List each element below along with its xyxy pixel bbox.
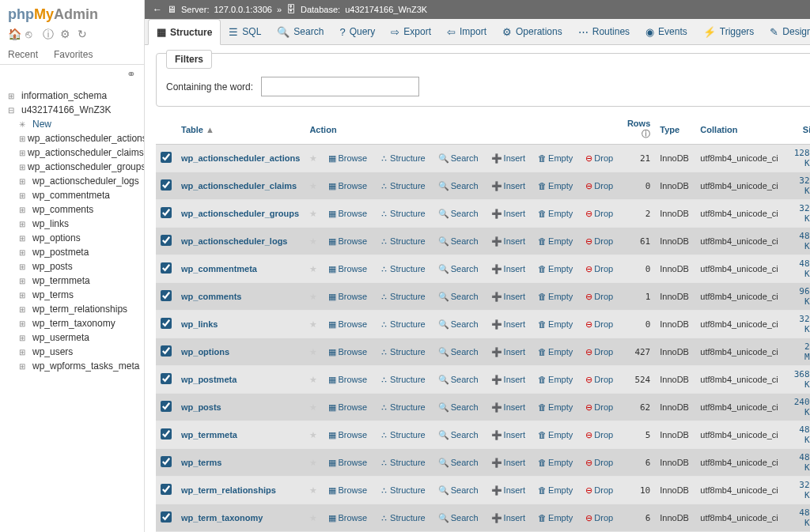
empty-action[interactable]: 🗑Empty — [536, 430, 574, 440]
drop-action[interactable]: ⊖Drop — [584, 485, 615, 496]
empty-action[interactable]: 🗑Empty — [536, 153, 574, 163]
tree-new[interactable]: ✳New — [16, 117, 144, 131]
empty-action[interactable]: 🗑Empty — [536, 513, 574, 523]
drop-action[interactable]: ⊖Drop — [584, 236, 615, 247]
insert-action[interactable]: ➕Insert — [490, 402, 528, 413]
insert-action[interactable]: ➕Insert — [490, 264, 528, 274]
search-action[interactable]: 🔍Search — [437, 458, 480, 468]
plus-icon[interactable]: ⊞ — [19, 334, 30, 342]
row-checkbox[interactable] — [161, 207, 172, 218]
browse-action[interactable]: ▦Browse — [327, 181, 369, 191]
tab-operations[interactable]: ⚙Operations — [494, 19, 570, 44]
star-icon[interactable]: ★ — [309, 430, 317, 440]
breadcrumb-db[interactable]: u432174166_WnZ3K — [345, 5, 427, 14]
star-icon[interactable]: ★ — [309, 236, 317, 246]
plus-icon[interactable]: ⊞ — [19, 134, 25, 143]
structure-action[interactable]: ⛬Structure — [378, 209, 427, 218]
structure-action[interactable]: ⛬Structure — [378, 402, 427, 412]
structure-action[interactable]: ⛬Structure — [378, 181, 427, 191]
tab-events[interactable]: ◉Events — [638, 19, 695, 44]
th-table[interactable]: Table ▲ — [176, 115, 305, 145]
tree-table[interactable]: ⊞wp_wpforms_tasks_meta — [16, 359, 144, 373]
structure-action[interactable]: ⛬Structure — [378, 485, 427, 495]
insert-action[interactable]: ➕Insert — [490, 430, 528, 440]
row-checkbox[interactable] — [161, 262, 172, 274]
row-checkbox[interactable] — [161, 152, 172, 163]
insert-action[interactable]: ➕Insert — [490, 375, 528, 385]
insert-action[interactable]: ➕Insert — [490, 181, 528, 191]
insert-action[interactable]: ➕Insert — [490, 319, 528, 330]
tree-table[interactable]: ⊞wp_actionscheduler_actions — [16, 131, 144, 145]
row-checkbox[interactable] — [161, 511, 172, 523]
structure-action[interactable]: ⛬Structure — [378, 319, 427, 329]
search-action[interactable]: 🔍Search — [437, 153, 480, 164]
tree-db-current[interactable]: ⊟u432174166_WnZ3K — [5, 103, 144, 117]
tab-search[interactable]: 🔍Search — [269, 19, 331, 44]
row-checkbox[interactable] — [161, 401, 172, 412]
tab-structure[interactable]: ▦Structure — [148, 19, 221, 45]
table-name-link[interactable]: wp_actionscheduler_logs — [181, 236, 287, 246]
plus-icon[interactable]: ⊞ — [19, 348, 30, 357]
browse-action[interactable]: ▦Browse — [327, 402, 369, 413]
th-rows[interactable]: Rows ⓘ — [619, 115, 655, 145]
tab-recent[interactable]: Recent — [0, 45, 46, 64]
empty-action[interactable]: 🗑Empty — [536, 347, 574, 357]
table-name-link[interactable]: wp_terms — [181, 458, 221, 467]
plus-icon[interactable]: ⊞ — [19, 177, 30, 186]
star-icon[interactable]: ★ — [309, 264, 317, 274]
structure-action[interactable]: ⛬Structure — [378, 458, 427, 467]
table-name-link[interactable]: wp_commentmeta — [181, 264, 257, 274]
search-action[interactable]: 🔍Search — [437, 430, 480, 440]
filter-input[interactable] — [261, 77, 419, 96]
drop-action[interactable]: ⊖Drop — [584, 153, 615, 164]
tree-table[interactable]: ⊞wp_commentmeta — [16, 188, 144, 202]
search-action[interactable]: 🔍Search — [437, 347, 480, 357]
search-action[interactable]: 🔍Search — [437, 402, 480, 413]
row-checkbox[interactable] — [161, 179, 172, 191]
search-action[interactable]: 🔍Search — [437, 375, 480, 385]
browse-action[interactable]: ▦Browse — [327, 264, 369, 274]
table-name-link[interactable]: wp_postmeta — [181, 375, 237, 384]
plus-icon[interactable]: ⊞ — [19, 191, 30, 200]
plus-icon[interactable]: ⊞ — [19, 305, 30, 314]
drop-action[interactable]: ⊖Drop — [584, 264, 615, 274]
tree-table[interactable]: ⊞wp_term_relationships — [16, 302, 144, 316]
plus-icon[interactable]: ⊞ — [19, 262, 30, 271]
empty-action[interactable]: 🗑Empty — [536, 375, 574, 384]
row-checkbox[interactable] — [161, 235, 172, 246]
th-type[interactable]: Type — [655, 115, 695, 145]
tab-query[interactable]: ?Query — [331, 19, 383, 44]
search-action[interactable]: 🔍Search — [437, 236, 480, 247]
insert-action[interactable]: ➕Insert — [490, 153, 528, 164]
tab-triggers[interactable]: ⚡Triggers — [695, 19, 763, 44]
structure-action[interactable]: ⛬Structure — [378, 430, 427, 440]
browse-action[interactable]: ▦Browse — [327, 513, 369, 523]
plus-icon[interactable]: ⊞ — [19, 319, 30, 328]
structure-action[interactable]: ⛬Structure — [378, 292, 427, 301]
plus-icon[interactable]: ⊞ — [19, 234, 30, 243]
plus-icon[interactable]: ⊞ — [19, 277, 30, 285]
tree-table[interactable]: ⊞wp_actionscheduler_groups — [16, 160, 144, 174]
search-action[interactable]: 🔍Search — [437, 513, 480, 523]
link-icon[interactable]: ⚭ — [0, 65, 144, 84]
empty-action[interactable]: 🗑Empty — [536, 319, 574, 329]
star-icon[interactable]: ★ — [309, 209, 317, 218]
row-checkbox[interactable] — [161, 373, 172, 384]
reload-icon[interactable]: ↻ — [78, 28, 90, 40]
browse-action[interactable]: ▦Browse — [327, 236, 369, 247]
star-icon[interactable]: ★ — [309, 347, 317, 357]
plus-icon[interactable]: ⊞ — [19, 362, 30, 371]
th-collation[interactable]: Collation — [695, 115, 789, 145]
drop-action[interactable]: ⊖Drop — [584, 181, 615, 191]
table-name-link[interactable]: wp_links — [181, 319, 218, 329]
structure-action[interactable]: ⛬Structure — [378, 375, 427, 384]
row-checkbox[interactable] — [161, 484, 172, 495]
empty-action[interactable]: 🗑Empty — [536, 181, 574, 191]
star-icon[interactable]: ★ — [309, 319, 317, 329]
th-size[interactable]: Size — [789, 115, 810, 145]
tab-designer[interactable]: ✎Designer — [762, 19, 810, 44]
plus-icon[interactable]: ⊞ — [19, 206, 30, 214]
collapse-icon[interactable]: ← — [153, 4, 162, 15]
row-checkbox[interactable] — [161, 290, 172, 301]
star-icon[interactable]: ★ — [309, 485, 317, 495]
